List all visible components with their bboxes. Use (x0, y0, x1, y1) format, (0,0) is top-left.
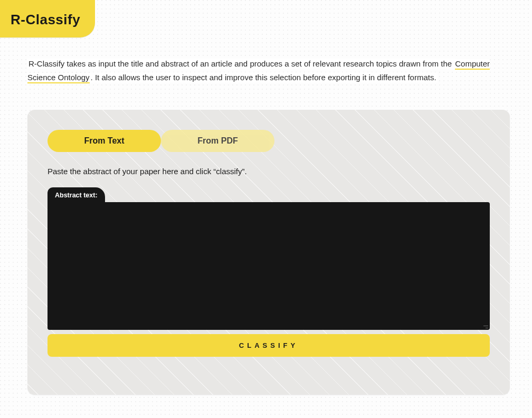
instruction-text: Paste the abstract of your paper here an… (48, 167, 490, 176)
abstract-textarea[interactable] (48, 202, 490, 330)
intro-part2: . It also allows the user to inspect and… (90, 72, 438, 82)
tab-from-pdf[interactable]: From PDF (161, 130, 274, 152)
intro-text: R-Classify takes as input the title and … (27, 57, 510, 85)
abstract-label: Abstract text: (48, 187, 105, 202)
classify-button[interactable]: CLASSIFY (48, 334, 490, 357)
abstract-textarea-container (48, 202, 490, 330)
app-logo: R-Classify (0, 0, 95, 37)
app-name: R-Classify (11, 12, 80, 27)
input-mode-tabs: From Text From PDF (48, 130, 274, 152)
intro-part1: R-Classify takes as input the title and … (27, 59, 455, 69)
abstract-field: Abstract text: (48, 187, 490, 330)
tab-from-text[interactable]: From Text (48, 130, 161, 152)
main-card: From Text From PDF Paste the abstract of… (27, 110, 510, 395)
